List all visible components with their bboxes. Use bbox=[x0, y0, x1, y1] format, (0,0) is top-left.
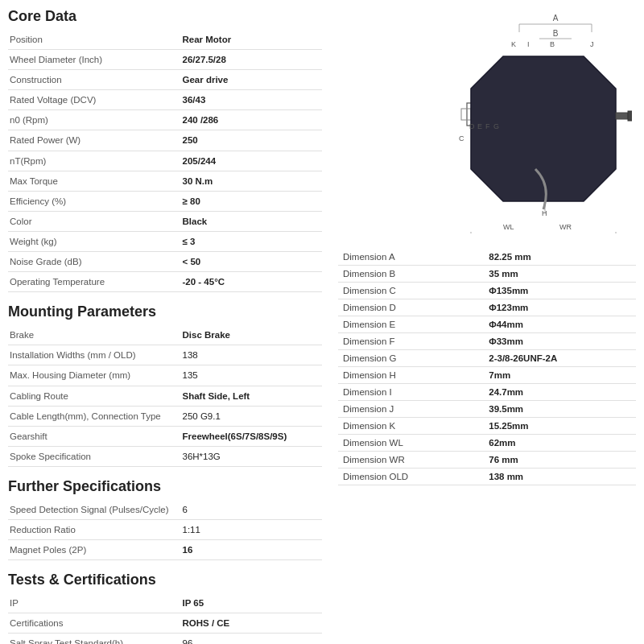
svg-text:WR: WR bbox=[559, 223, 572, 231]
spec-value: 96 bbox=[181, 634, 323, 644]
list-item: Dimension OLD138 mm bbox=[338, 469, 636, 485]
spec-value: 16 bbox=[181, 540, 323, 560]
spec-label: n0 (Rpm) bbox=[8, 110, 181, 130]
svg-text:E: E bbox=[477, 122, 482, 130]
list-item: Dimension G2-3/8-26UNF-2A bbox=[338, 350, 636, 367]
list-item: Dimension WL62mm bbox=[338, 435, 636, 452]
svg-text:I: I bbox=[527, 40, 530, 48]
table-row: Max. Housing Diameter (mm)135 bbox=[8, 365, 322, 386]
table-row: Cabling RouteShaft Side, Left bbox=[8, 386, 322, 406]
spec-label: Spoke Specification bbox=[8, 446, 181, 466]
motor-diagram: A B K I B J bbox=[338, 8, 636, 236]
tests-table: IPIP 65CertificationsROHS / CESalt Spray… bbox=[8, 593, 322, 644]
spec-label: Gearshift bbox=[8, 426, 181, 446]
svg-text:A: A bbox=[553, 14, 559, 23]
spec-value: 138 bbox=[181, 345, 323, 365]
spec-value: < 50 bbox=[181, 252, 323, 272]
dimension-value: 35 mm bbox=[484, 266, 636, 283]
spec-value: 250 G9.1 bbox=[181, 406, 323, 426]
spec-label: Magnet Poles (2P) bbox=[8, 540, 181, 560]
core-data-table: PositionRear MotorWheel Diameter (Inch)2… bbox=[8, 30, 322, 292]
table-row: Rated Voltage (DCV)36/43 bbox=[8, 90, 322, 110]
dimension-label: Dimension OLD bbox=[338, 469, 484, 485]
spec-value: Shaft Side, Left bbox=[181, 386, 323, 406]
spec-value: Freewheel(6S/7S/8S/9S) bbox=[181, 426, 323, 446]
list-item: Dimension DΦ123mm bbox=[338, 299, 636, 316]
spec-label: IP bbox=[8, 593, 181, 613]
svg-text:K: K bbox=[511, 40, 516, 48]
svg-text:B: B bbox=[550, 40, 555, 48]
table-row: Salt Spray Test Standard(h)96 bbox=[8, 634, 322, 644]
dimension-value: 76 mm bbox=[484, 452, 636, 469]
mounting-table: BrakeDisc BrakeInstallation Widths (mm /… bbox=[8, 325, 322, 467]
spec-value: IP 65 bbox=[181, 593, 323, 613]
list-item: Dimension H7mm bbox=[338, 367, 636, 384]
spec-label: Weight (kg) bbox=[8, 231, 181, 251]
list-item: Dimension J39.5mm bbox=[338, 401, 636, 418]
dimension-value: 24.7mm bbox=[484, 384, 636, 401]
spec-value: 26/27.5/28 bbox=[181, 50, 323, 70]
spec-label: nT(Rpm) bbox=[8, 151, 181, 171]
svg-text:H: H bbox=[542, 209, 547, 217]
dimension-value: 15.25mm bbox=[484, 418, 636, 435]
dimension-label: Dimension WL bbox=[338, 435, 484, 452]
table-row: nT(Rpm)205/244 bbox=[8, 151, 322, 171]
svg-text:D: D bbox=[469, 122, 475, 130]
dimension-label: Dimension F bbox=[338, 333, 484, 350]
table-row: n0 (Rpm)240 /286 bbox=[8, 110, 322, 130]
dimension-value: 39.5mm bbox=[484, 401, 636, 418]
dimension-label: Dimension C bbox=[338, 283, 484, 299]
svg-rect-12 bbox=[461, 109, 471, 120]
spec-value: 1:11 bbox=[181, 519, 323, 539]
spec-value: Gear drive bbox=[181, 70, 323, 90]
dimension-label: Dimension I bbox=[338, 384, 484, 401]
dimension-label: Dimension K bbox=[338, 418, 484, 435]
dimension-label: Dimension H bbox=[338, 367, 484, 384]
table-row: Rated Power (W)250 bbox=[8, 130, 322, 151]
table-row: CertificationsROHS / CE bbox=[8, 613, 322, 634]
spec-label: Brake bbox=[8, 325, 181, 345]
spec-value: Rear Motor bbox=[181, 30, 323, 50]
spec-label: Cable Length(mm), Connection Type bbox=[8, 406, 181, 426]
list-item: Dimension I24.7mm bbox=[338, 384, 636, 401]
spec-value: Disc Brake bbox=[181, 325, 323, 345]
spec-value: 240 /286 bbox=[181, 110, 323, 130]
spec-label: Speed Detection Signal (Pulses/Cycle) bbox=[8, 500, 181, 520]
spec-label: Noise Grade (dB) bbox=[8, 252, 181, 272]
spec-label: Installation Widths (mm / OLD) bbox=[8, 345, 181, 365]
table-row: Noise Grade (dB)< 50 bbox=[8, 252, 322, 272]
dimension-value: Φ33mm bbox=[484, 333, 636, 350]
dimension-value: Φ135mm bbox=[484, 283, 636, 299]
list-item: Dimension A82.25 mm bbox=[338, 249, 636, 266]
spec-label: Rated Voltage (DCV) bbox=[8, 90, 181, 110]
svg-rect-14 bbox=[616, 113, 628, 119]
spec-value: 250 bbox=[181, 130, 323, 151]
table-row: Speed Detection Signal (Pulses/Cycle)6 bbox=[8, 500, 322, 520]
spec-value: 36H*13G bbox=[181, 446, 323, 466]
table-row: Wheel Diameter (Inch)26/27.5/28 bbox=[8, 50, 322, 70]
spec-value: Black bbox=[181, 211, 323, 231]
list-item: Dimension WR76 mm bbox=[338, 452, 636, 469]
spec-label: Position bbox=[8, 30, 181, 50]
dimension-label: Dimension A bbox=[338, 249, 484, 266]
spec-value: ROHS / CE bbox=[181, 613, 323, 634]
spec-value: 135 bbox=[181, 365, 323, 386]
svg-text:WL: WL bbox=[503, 223, 514, 231]
mounting-title: Mounting Parameters bbox=[8, 303, 322, 320]
spec-label: Max Torque bbox=[8, 171, 181, 191]
table-row: ColorBlack bbox=[8, 211, 322, 231]
further-table: Speed Detection Signal (Pulses/Cycle)6Re… bbox=[8, 500, 322, 560]
spec-label: Cabling Route bbox=[8, 386, 181, 406]
spec-value: ≥ 80 bbox=[181, 191, 323, 211]
table-row: IPIP 65 bbox=[8, 593, 322, 613]
further-title: Further Specifications bbox=[8, 478, 322, 495]
list-item: Dimension FΦ33mm bbox=[338, 333, 636, 350]
table-row: Magnet Poles (2P)16 bbox=[8, 540, 322, 560]
spec-label: Color bbox=[8, 211, 181, 231]
spec-value: ≤ 3 bbox=[181, 231, 323, 251]
dimension-label: Dimension B bbox=[338, 266, 484, 283]
table-row: Cable Length(mm), Connection Type250 G9.… bbox=[8, 406, 322, 426]
dimension-value: 138 mm bbox=[484, 469, 636, 485]
spec-value: 205/244 bbox=[181, 151, 323, 171]
table-row: Operating Temperature-20 - 45°C bbox=[8, 272, 322, 292]
